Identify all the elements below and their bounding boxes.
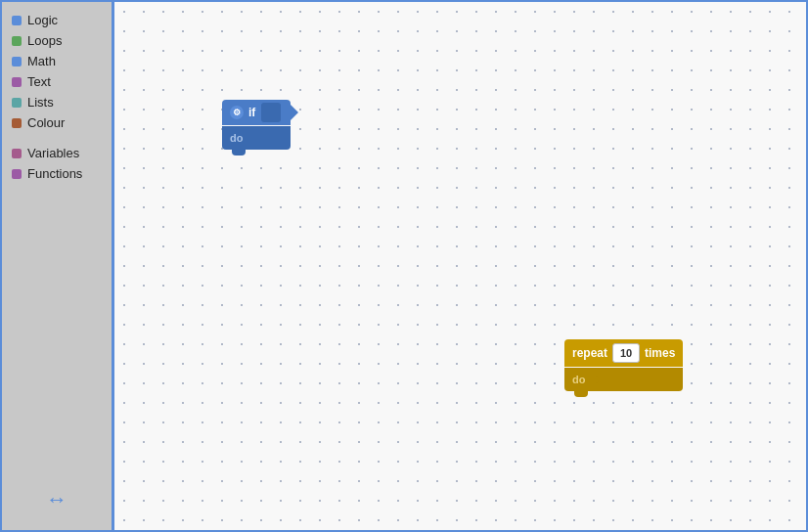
- loops-color-dot: [12, 36, 22, 46]
- sidebar-label-colour: Colour: [27, 115, 65, 130]
- if-block[interactable]: ⚙ if do: [222, 100, 291, 150]
- if-block-body: do: [222, 126, 291, 150]
- logic-color-dot: [12, 16, 22, 25]
- sidebar-item-variables[interactable]: Variables: [2, 143, 112, 163]
- repeat-block-header[interactable]: repeat 10 times: [564, 339, 683, 367]
- sidebar: Logic Loops Math Text Lists Colour Varia…: [2, 2, 114, 530]
- sidebar-item-loops[interactable]: Loops: [2, 30, 112, 51]
- gear-icon[interactable]: ⚙: [230, 106, 244, 119]
- times-label: times: [645, 346, 675, 360]
- sidebar-label-loops: Loops: [27, 33, 62, 48]
- colour-color-dot: [12, 118, 22, 128]
- sidebar-item-functions[interactable]: Functions: [2, 163, 112, 184]
- if-block-header[interactable]: ⚙ if: [222, 100, 291, 125]
- sidebar-item-lists[interactable]: Lists: [2, 92, 112, 112]
- text-color-dot: [12, 77, 22, 87]
- if-block-bump: [232, 150, 246, 155]
- do-label: do: [230, 132, 243, 144]
- sidebar-label-lists: Lists: [27, 95, 54, 110]
- main-container: Logic Loops Math Text Lists Colour Varia…: [0, 0, 808, 532]
- sidebar-label-math: Math: [27, 54, 56, 68]
- sidebar-label-logic: Logic: [27, 13, 58, 27]
- sidebar-item-colour[interactable]: Colour: [2, 112, 112, 133]
- repeat-block[interactable]: repeat 10 times do: [564, 339, 683, 391]
- repeat-label: repeat: [572, 346, 607, 360]
- sidebar-item-logic[interactable]: Logic: [2, 10, 112, 30]
- repeat-do-label: do: [572, 374, 585, 385]
- repeat-value-input[interactable]: 10: [612, 343, 640, 363]
- repeat-block-bump: [574, 391, 588, 397]
- sidebar-item-math[interactable]: Math: [2, 51, 112, 71]
- workspace[interactable]: ⚙ if do repeat 10 times: [114, 2, 806, 530]
- sidebar-label-functions: Functions: [27, 166, 82, 181]
- functions-color-dot: [12, 169, 22, 179]
- if-label: if: [248, 106, 255, 119]
- math-color-dot: [12, 57, 22, 66]
- repeat-inner-bump: [587, 376, 599, 383]
- sidebar-label-variables: Variables: [27, 146, 79, 160]
- sidebar-label-text: Text: [27, 74, 51, 89]
- resize-handle[interactable]: ↔: [46, 487, 67, 512]
- repeat-block-body: do: [564, 368, 683, 391]
- variables-color-dot: [12, 149, 22, 158]
- if-condition-slot[interactable]: [261, 103, 281, 122]
- lists-color-dot: [12, 98, 22, 108]
- resize-arrow-icon: ↔: [46, 487, 67, 511]
- sidebar-item-text[interactable]: Text: [2, 71, 112, 92]
